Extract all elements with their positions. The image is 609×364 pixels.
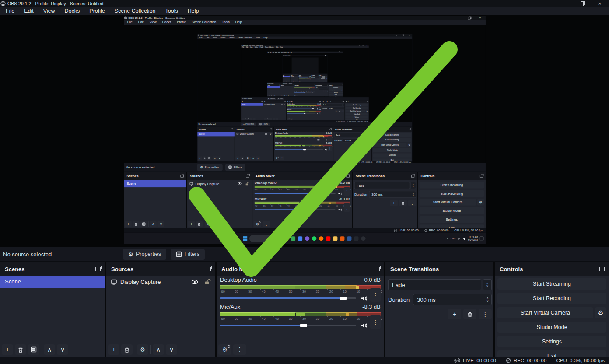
start-button-icon[interactable] (243, 236, 247, 241)
popout-icon[interactable] (246, 175, 249, 177)
advanced-audio-button[interactable]: ⚙ (218, 344, 231, 355)
add-transition-button[interactable]: + (390, 200, 398, 206)
settings-button[interactable]: Settings (345, 116, 368, 119)
virtual-camera-settings-button[interactable]: ⚙ (595, 307, 606, 318)
speaker-icon[interactable] (325, 148, 327, 150)
move-scene-up-button[interactable]: ∧ (150, 221, 156, 227)
popout-icon[interactable] (320, 102, 321, 102)
volume-slider[interactable] (275, 139, 323, 141)
virtual-camera-settings-button[interactable]: ⚙ (366, 110, 368, 112)
volume-slider[interactable] (294, 92, 312, 93)
remove-transition-button[interactable] (361, 144, 366, 147)
lock-icon[interactable] (284, 104, 285, 105)
source-list-item[interactable]: Display Capture (280, 86, 294, 88)
start-virtual-camera-button[interactable]: Start Virtual Camera (329, 90, 341, 91)
source-list-item[interactable]: Display Capture (263, 103, 286, 106)
move-source-up-button[interactable]: ∧ (273, 118, 275, 120)
volume-slider[interactable] (275, 148, 323, 150)
volume-slider[interactable] (255, 192, 336, 195)
properties-button[interactable]: ⚙ Properties (282, 83, 287, 84)
settings-button[interactable]: Settings (497, 336, 606, 347)
channel-menu-button[interactable]: ⋮ (370, 288, 381, 302)
visibility-eye-icon[interactable] (191, 280, 198, 284)
menu-tools[interactable]: Tools (219, 20, 232, 25)
minimize-button[interactable] (453, 16, 464, 20)
transition-menu-button[interactable]: ⋮ (479, 309, 492, 319)
start-streaming-button[interactable]: Start Streaming (497, 278, 606, 290)
move-scene-up-button[interactable]: ∧ (250, 118, 252, 120)
scene-list-item[interactable]: Scene (241, 103, 263, 106)
word-icon[interactable] (347, 236, 351, 241)
popout-icon[interactable] (181, 175, 184, 177)
remove-scene-button[interactable] (133, 221, 139, 227)
speaker-icon[interactable] (360, 322, 367, 329)
mixer-menu-button[interactable]: ⋮ (290, 118, 293, 120)
start-virtual-camera-button[interactable]: Start Virtual Camera (345, 110, 365, 112)
start-recording-button[interactable]: Start Recording (329, 88, 343, 90)
scene-filters-button[interactable] (247, 118, 249, 120)
notification-icon[interactable] (480, 237, 483, 240)
tray-chevron-icon[interactable]: ∧ (447, 237, 448, 240)
remove-source-button[interactable] (121, 344, 133, 355)
start-virtual-camera-button[interactable]: Start Virtual Camera (373, 143, 406, 147)
transition-menu-button[interactable]: ⋮ (327, 90, 329, 91)
transition-select-arrows[interactable]: ∧∨ (483, 279, 492, 290)
start-recording-button[interactable]: Start Recording (345, 107, 368, 109)
close-button[interactable]: × (475, 16, 486, 20)
popout-icon[interactable] (411, 175, 414, 177)
properties-button[interactable]: ⚙ Properties (267, 98, 276, 100)
studio-mode-button[interactable]: Studio Mode (497, 322, 606, 333)
move-source-up-button[interactable]: ∧ (153, 344, 164, 355)
soundcloud-icon[interactable] (319, 236, 323, 241)
start-streaming-button[interactable]: Start Streaming (329, 87, 343, 88)
add-scene-button[interactable]: + (2, 344, 13, 355)
start-streaming-button[interactable]: Start Streaming (373, 133, 411, 137)
youtube-icon[interactable] (326, 236, 330, 241)
add-transition-button[interactable]: + (356, 144, 360, 147)
transition-select-arrows[interactable]: ∧∨ (327, 87, 328, 88)
settings-button[interactable]: Settings (373, 153, 411, 157)
menu-view[interactable]: View (38, 7, 60, 15)
filters-button[interactable]: Filters (277, 98, 284, 100)
menu-profile[interactable]: Profile (174, 20, 189, 25)
move-scene-down-button[interactable]: ∨ (217, 156, 221, 160)
google-drive-icon[interactable] (291, 236, 295, 241)
scene-list-item[interactable]: Scene (197, 132, 234, 136)
volume-slider[interactable] (255, 208, 336, 211)
channel-menu-button[interactable]: ⋮ (318, 112, 321, 115)
popout-icon[interactable] (95, 267, 101, 271)
chat-badge-icon[interactable] (305, 236, 309, 241)
add-transition-button[interactable]: + (448, 309, 461, 319)
restore-button[interactable] (464, 16, 475, 20)
restore-button[interactable] (572, 0, 591, 7)
clock[interactable]: 11:29 AM6/24/2023 (468, 236, 478, 241)
advanced-audio-button[interactable]: ⚙ (253, 221, 261, 227)
preview-canvas[interactable]: OBS 29.1.2 - Profile: Display - Scenes: … (241, 45, 369, 126)
channel-menu-button[interactable]: ⋮ (344, 203, 350, 212)
popout-icon[interactable] (374, 267, 380, 271)
remove-transition-button[interactable] (338, 110, 341, 112)
start-virtual-camera-button[interactable]: Start Virtual Camera (419, 199, 476, 205)
volume-slider[interactable] (220, 322, 356, 329)
transition-select[interactable]: Fade (388, 279, 481, 290)
scene-list-item[interactable]: Scene (283, 76, 290, 77)
remove-source-button[interactable] (266, 118, 269, 120)
properties-button[interactable]: ⚙ Properties (241, 122, 256, 126)
speaker-icon[interactable] (317, 113, 318, 115)
advanced-audio-button[interactable]: ⚙ (287, 118, 290, 120)
meet-icon[interactable] (298, 236, 302, 241)
volume-slider[interactable] (287, 107, 315, 108)
source-properties-button[interactable]: ⚙ (270, 118, 272, 120)
start-virtual-camera-button[interactable]: Start Virtual Camera (497, 307, 593, 318)
volume-icon[interactable] (462, 237, 466, 240)
remove-transition-button[interactable] (325, 90, 326, 91)
popout-icon[interactable] (343, 102, 344, 102)
speaker-icon[interactable] (338, 208, 342, 211)
visibility-eye-icon[interactable] (265, 133, 267, 135)
menu-view[interactable]: View (147, 20, 159, 25)
duration-input[interactable]: 300 ms ∧∨ (328, 107, 344, 110)
remove-scene-button[interactable] (203, 156, 206, 160)
move-source-down-button[interactable]: ∨ (276, 118, 278, 120)
scene-list-item[interactable]: Scene (0, 276, 105, 288)
source-properties-button[interactable]: ⚙ (246, 156, 250, 160)
